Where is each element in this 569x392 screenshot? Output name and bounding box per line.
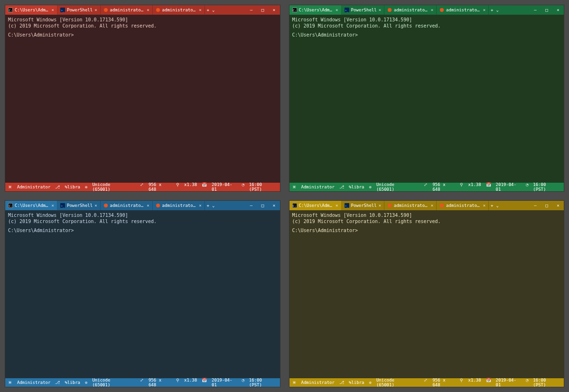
- tab-close-icon[interactable]: ×: [147, 8, 149, 12]
- tab[interactable]: administrator@DES... ×: [437, 201, 489, 210]
- tab[interactable]: administrator@DES... ×: [384, 201, 437, 210]
- status-zoom: x1.38: [184, 182, 197, 192]
- new-tab-button[interactable]: +: [207, 8, 209, 12]
- tab-close-icon[interactable]: ×: [379, 8, 381, 12]
- terminal-line: Microsoft Windows [Version 10.0.17134.59…: [8, 213, 128, 218]
- window-controls: — □ ×: [246, 201, 280, 210]
- status-time: 16:00 (PST): [533, 182, 561, 192]
- tab-actions: + ⌄: [489, 5, 501, 15]
- tab[interactable]: >_ PowerShell ×: [342, 5, 385, 15]
- tab[interactable]: administrator@DES... ×: [153, 201, 205, 210]
- tab-label: administrator@DES...: [162, 8, 197, 12]
- tab-dropdown-icon[interactable]: ⌄: [212, 203, 215, 208]
- tab[interactable]: C: C:\Users\Administr... ×: [289, 201, 342, 210]
- tab[interactable]: administrator@DES... ×: [101, 5, 153, 15]
- maximize-button[interactable]: □: [257, 201, 269, 210]
- close-button[interactable]: ×: [269, 201, 280, 210]
- status-encoding: Unicode (65001): [92, 182, 131, 192]
- status-git: %libra: [349, 185, 364, 189]
- tab[interactable]: administrator@DES... ×: [437, 5, 489, 15]
- tab-close-icon[interactable]: ×: [199, 8, 201, 12]
- statusbar: ⛯ Administrator ⎇ %libra ⊕ Unicode (6500…: [5, 378, 280, 387]
- powershell-icon: >_: [60, 8, 65, 12]
- tab[interactable]: C: C:\Users\Administr... ×: [5, 201, 57, 210]
- tab[interactable]: >_ PowerShell ×: [342, 201, 385, 210]
- tab-close-icon[interactable]: ×: [431, 203, 433, 208]
- tab-dropdown-icon[interactable]: ⌄: [496, 203, 499, 208]
- tab-close-icon[interactable]: ×: [94, 8, 97, 12]
- branch-icon: ⎇: [339, 380, 344, 385]
- tab-close-icon[interactable]: ×: [336, 203, 338, 208]
- terminal-prompt: C:\Users\Administrator>: [292, 32, 358, 37]
- minimize-button[interactable]: —: [530, 5, 541, 15]
- maximize-button[interactable]: □: [257, 5, 269, 15]
- user-icon: ⛯: [292, 380, 297, 385]
- minimize-button[interactable]: —: [246, 5, 257, 15]
- tab[interactable]: administrator@DES... ×: [384, 5, 437, 15]
- minimize-button[interactable]: —: [530, 201, 541, 210]
- terminal-body[interactable]: Microsoft Windows [Version 10.0.17134.59…: [5, 15, 280, 183]
- size-icon: ⤢: [424, 378, 428, 387]
- status-user: Administrator: [301, 380, 335, 385]
- new-tab-button[interactable]: +: [207, 203, 209, 208]
- tab-close-icon[interactable]: ×: [147, 203, 149, 208]
- window-controls: — □ ×: [246, 5, 280, 15]
- terminal-body[interactable]: Microsoft Windows [Version 10.0.17134.59…: [289, 210, 564, 378]
- close-button[interactable]: ×: [552, 201, 564, 210]
- statusbar: ⛯ Administrator ⎇ %libra ⊕ Unicode (6500…: [5, 183, 280, 191]
- tab[interactable]: C: C:\Users\Administr... ×: [5, 5, 57, 15]
- tab[interactable]: >_ PowerShell ×: [57, 5, 101, 15]
- tab[interactable]: administrator@DES... ×: [153, 5, 205, 15]
- tab-close-icon[interactable]: ×: [336, 8, 338, 12]
- ubuntu-icon: [388, 8, 392, 12]
- tab[interactable]: administrator@DES... ×: [101, 201, 153, 210]
- encoding-icon: ⊕: [85, 380, 87, 385]
- zoom-icon: ⚲: [176, 182, 179, 192]
- cmd-icon: C:: [8, 8, 13, 12]
- close-button[interactable]: ×: [269, 5, 280, 15]
- tab-close-icon[interactable]: ×: [52, 8, 54, 12]
- tab-actions: + ⌄: [205, 201, 217, 210]
- tab-dropdown-icon[interactable]: ⌄: [212, 8, 215, 12]
- tab[interactable]: >_ PowerShell ×: [57, 201, 101, 210]
- tab-label: PowerShell: [67, 203, 93, 208]
- tab[interactable]: C: C:\Users\Administr... ×: [289, 5, 342, 15]
- user-icon: ⛯: [8, 185, 12, 189]
- terminal-body[interactable]: Microsoft Windows [Version 10.0.17134.59…: [5, 210, 280, 378]
- encoding-icon: ⊕: [369, 380, 371, 385]
- maximize-button[interactable]: □: [541, 201, 552, 210]
- status-date: 2019-04-01: [212, 182, 237, 192]
- tab-label: administrator@DES...: [394, 8, 429, 12]
- tab-close-icon[interactable]: ×: [94, 203, 97, 208]
- tab-dropdown-icon[interactable]: ⌄: [496, 8, 499, 12]
- new-tab-button[interactable]: +: [491, 203, 493, 208]
- status-size: 956 x 648: [149, 182, 171, 192]
- window-controls: — □ ×: [530, 201, 564, 210]
- new-tab-button[interactable]: +: [491, 8, 493, 12]
- status-user: Administrator: [17, 380, 50, 385]
- terminal-body[interactable]: Microsoft Windows [Version 10.0.17134.59…: [289, 15, 564, 183]
- status-user: Administrator: [17, 185, 50, 189]
- zoom-icon: ⚲: [460, 378, 463, 387]
- minimize-button[interactable]: —: [246, 201, 257, 210]
- status-encoding: Unicode (65001): [376, 182, 415, 192]
- branch-icon: ⎇: [55, 380, 60, 385]
- status-time: 16:00 (PST): [249, 182, 277, 192]
- tab-close-icon[interactable]: ×: [431, 8, 433, 12]
- tab-close-icon[interactable]: ×: [483, 8, 485, 12]
- size-icon: ⤢: [140, 182, 144, 192]
- close-button[interactable]: ×: [552, 5, 564, 15]
- encoding-icon: ⊕: [85, 185, 87, 189]
- terminal-line: Microsoft Windows [Version 10.0.17134.59…: [8, 17, 128, 22]
- status-zoom: x1.38: [184, 378, 197, 387]
- user-icon: ⛯: [8, 380, 12, 385]
- tab-label: PowerShell: [351, 203, 377, 208]
- statusbar: ⛯ Administrator ⎇ %libra ⊕ Unicode (6500…: [289, 378, 564, 387]
- tab-close-icon[interactable]: ×: [199, 203, 201, 208]
- tab-close-icon[interactable]: ×: [379, 203, 381, 208]
- maximize-button[interactable]: □: [541, 5, 552, 15]
- tab-close-icon[interactable]: ×: [52, 203, 54, 208]
- status-date: 2019-04-01: [496, 182, 521, 192]
- tab-close-icon[interactable]: ×: [483, 203, 485, 208]
- terminal-prompt: C:\Users\Administrator>: [8, 32, 74, 37]
